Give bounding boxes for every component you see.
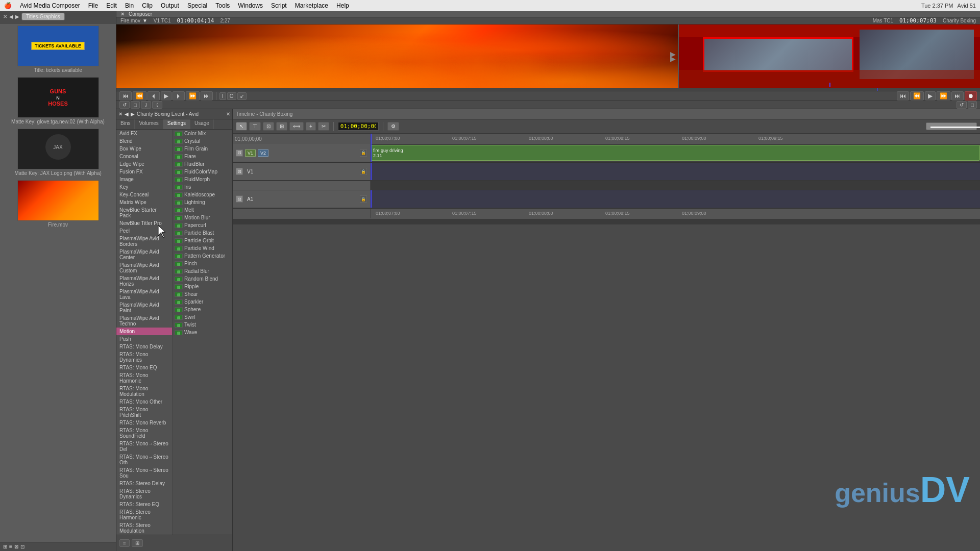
ctrl-play[interactable]: ▶ bbox=[161, 91, 172, 101]
tl-tool-add[interactable]: + bbox=[306, 122, 316, 131]
close-icon[interactable]: ✕ bbox=[3, 14, 7, 19]
eff-particle-wind[interactable]: ▤Particle Wind bbox=[173, 244, 232, 252]
nav-fwd-icon[interactable]: ▶ bbox=[15, 14, 19, 19]
eff-ripple[interactable]: ▤Ripple bbox=[173, 283, 232, 290]
ctrl-ff[interactable]: ⏩ bbox=[186, 91, 200, 101]
close-btn[interactable]: ✕ bbox=[120, 11, 125, 17]
cat-motion[interactable]: Motion bbox=[116, 328, 172, 335]
cat-newblue-starter[interactable]: NewBlue Starter Pack bbox=[116, 206, 172, 219]
track-v2-lock[interactable]: 🔒 bbox=[360, 149, 367, 157]
tl-settings[interactable]: ⚙ bbox=[387, 122, 399, 131]
cat-rtas-mono-pitch[interactable]: RTAS: Mono PitchShift bbox=[116, 406, 172, 419]
cat-rtas-stereo-del[interactable]: RTAS: Stereo Delay bbox=[116, 480, 172, 487]
cat-rtas-stereo-harm[interactable]: RTAS: Stereo Harmonic bbox=[116, 508, 172, 521]
ctrl-out[interactable]: O bbox=[227, 92, 236, 100]
track-a1-toggle[interactable]: ⊡ bbox=[236, 195, 243, 203]
ctrl2-r-loop[interactable]: ↺ bbox=[957, 101, 967, 109]
eff-iris[interactable]: ▤Iris bbox=[173, 183, 232, 191]
ctrl2-overwrite[interactable]: ⤹ bbox=[152, 101, 162, 109]
bins-tab[interactable]: Titles-Graphics bbox=[21, 13, 65, 20]
cat-avid-fx[interactable]: Avid FX bbox=[116, 130, 172, 137]
cat-rtas-mono-delay[interactable]: RTAS: Mono Delay bbox=[116, 343, 172, 350]
bin-item[interactable]: Fire.mov bbox=[2, 180, 114, 228]
cat-rtas-ms-oth[interactable]: RTAS: Mono→Stereo Oth bbox=[116, 453, 172, 466]
effects-nav-fwd[interactable]: ▶ bbox=[131, 111, 135, 117]
cat-plasma-paint[interactable]: PlasmaWipe Avid Paint bbox=[116, 301, 172, 314]
cat-plasma-custom[interactable]: PlasmaWipe Avid Custom bbox=[116, 261, 172, 274]
cat-rtas-mono-eq[interactable]: RTAS: Mono EQ bbox=[116, 364, 172, 371]
ctrl-in[interactable]: I bbox=[219, 92, 226, 100]
ctrl-r-rew[interactable]: ⏪ bbox=[910, 91, 924, 101]
ctrl-mark[interactable]: ↙ bbox=[237, 92, 247, 100]
apple-menu[interactable]: 🍎 bbox=[4, 2, 12, 9]
effects-nav-back[interactable]: ◀ bbox=[125, 111, 129, 117]
eff-shear[interactable]: ▤Shear bbox=[173, 290, 232, 298]
cat-plasma-lava[interactable]: PlasmaWipe Avid Lava bbox=[116, 288, 172, 301]
bin-tool-icon[interactable]: ≡ bbox=[9, 544, 12, 549]
cat-key-conceal[interactable]: Key-Conceal bbox=[116, 191, 172, 198]
cat-newblue-titler[interactable]: NewBlue Titler Pro bbox=[116, 219, 172, 227]
cat-fusion-fx[interactable]: Fusion FX bbox=[116, 168, 172, 176]
tl-tool-zoom[interactable]: ⊞ bbox=[276, 122, 287, 131]
eff-twist[interactable]: ▤Twist bbox=[173, 321, 232, 329]
eff-color-mix[interactable]: ▤Color Mix bbox=[173, 130, 232, 137]
ctrl-rew[interactable]: ⏪ bbox=[133, 91, 146, 101]
tl-tool-slip[interactable]: ⟺ bbox=[289, 122, 304, 131]
ctrl-step-prev[interactable]: ⏴ bbox=[148, 91, 160, 101]
tl-tool-trim[interactable]: ⊤ bbox=[249, 122, 261, 131]
cat-peel[interactable]: Peel bbox=[116, 227, 172, 235]
track-v2-source[interactable]: V2 bbox=[258, 149, 268, 157]
eff-fluidblur[interactable]: ▤FluidBlur bbox=[173, 160, 232, 168]
ctrl-r-rec[interactable]: ⏺ bbox=[965, 91, 977, 101]
cat-rtas-stereo-eq[interactable]: RTAS: Stereo EQ bbox=[116, 500, 172, 508]
menu-bin[interactable]: Bin bbox=[125, 2, 134, 9]
cat-rtas-stereo-dyn[interactable]: RTAS: Stereo Dynamics bbox=[116, 487, 172, 500]
eff-fluidmorph[interactable]: ▤FluidMorph bbox=[173, 176, 232, 183]
timeline-timecode-input[interactable] bbox=[338, 122, 379, 131]
menu-output[interactable]: Output bbox=[161, 2, 179, 9]
eff-particle-blast[interactable]: ▤Particle Blast bbox=[173, 229, 232, 237]
eff-melt[interactable]: ▤Melt bbox=[173, 206, 232, 214]
tab-volumes[interactable]: Volumes bbox=[135, 119, 163, 129]
eff-pinch[interactable]: ▤Pinch bbox=[173, 260, 232, 267]
eff-papercurl[interactable]: ▤Papercurl bbox=[173, 221, 232, 229]
tl-audio-btn[interactable]: ▬▬▬▬▬▬▬▬▬▬ bbox=[926, 122, 977, 130]
menu-special[interactable]: Special bbox=[187, 2, 207, 9]
tl-tool-select[interactable]: ⊡ bbox=[263, 122, 274, 131]
track-v2-toggle[interactable]: ⊡ bbox=[236, 149, 243, 157]
tl-tool-razor[interactable]: ✂ bbox=[318, 122, 329, 131]
menu-script[interactable]: Script bbox=[271, 2, 287, 9]
eff-motion-blur[interactable]: ▤Motion Blur bbox=[173, 214, 232, 221]
eff-crystal[interactable]: ▤Crystal bbox=[173, 137, 232, 145]
ctrl-r-ff[interactable]: ⏩ bbox=[937, 91, 950, 101]
eff-sphere[interactable]: ▤Sphere bbox=[173, 306, 232, 313]
menu-clip[interactable]: Clip bbox=[142, 2, 153, 9]
eff-particle-orbit[interactable]: ▤Particle Orbit bbox=[173, 237, 232, 244]
eff-pattern-generator[interactable]: ▤Pattern Generator bbox=[173, 252, 232, 260]
cat-rtas-mono-dyn[interactable]: RTAS: Mono Dynamics bbox=[116, 350, 172, 364]
bin-item[interactable]: JAX Matte Key: JAX Logo.png (With Alpha) bbox=[2, 129, 114, 176]
track-v2-monitor[interactable]: V1 bbox=[245, 149, 256, 157]
cat-key[interactable]: Key bbox=[116, 183, 172, 191]
cat-plasma-borders[interactable]: PlasmaWipe Avid Borders bbox=[116, 235, 172, 248]
cat-rtas-mono-rev[interactable]: RTAS: Mono Reverb bbox=[116, 419, 172, 427]
cat-rtas-mono-sound[interactable]: RTAS: Mono SoundField bbox=[116, 427, 172, 440]
eff-random-blend[interactable]: ▤Random Blend bbox=[173, 275, 232, 283]
eff-fluidcolormap[interactable]: ▤FluidColorMap bbox=[173, 168, 232, 176]
menu-marketplace[interactable]: Marketplace bbox=[295, 2, 328, 9]
track-a1-lock[interactable]: 🔒 bbox=[360, 195, 367, 203]
cat-blend[interactable]: Blend bbox=[116, 137, 172, 145]
horizontal-scrollbar[interactable] bbox=[233, 218, 980, 224]
eff-lightning[interactable]: ▤Lightning bbox=[173, 198, 232, 206]
effects-close2[interactable]: ✕ bbox=[226, 111, 230, 117]
ctrl2-r-mark[interactable]: □ bbox=[968, 101, 977, 109]
cat-rtas-stereo-mod[interactable]: RTAS: Stereo Modulation bbox=[116, 521, 172, 535]
effects-apply-btn[interactable]: ≡ bbox=[119, 539, 130, 547]
ctrl-step-fwd[interactable]: ⏭ bbox=[201, 91, 213, 101]
cat-rtas-mono-harm[interactable]: RTAS: Mono Harmonic bbox=[116, 371, 172, 385]
nav-back-icon[interactable]: ◀ bbox=[9, 14, 13, 19]
cat-plasma-techno[interactable]: PlasmaWipe Avid Techno bbox=[116, 314, 172, 328]
menu-file[interactable]: File bbox=[88, 2, 98, 9]
cat-conceal[interactable]: Conceal bbox=[116, 153, 172, 160]
effects-filter-btn[interactable]: ⊞ bbox=[132, 539, 143, 547]
